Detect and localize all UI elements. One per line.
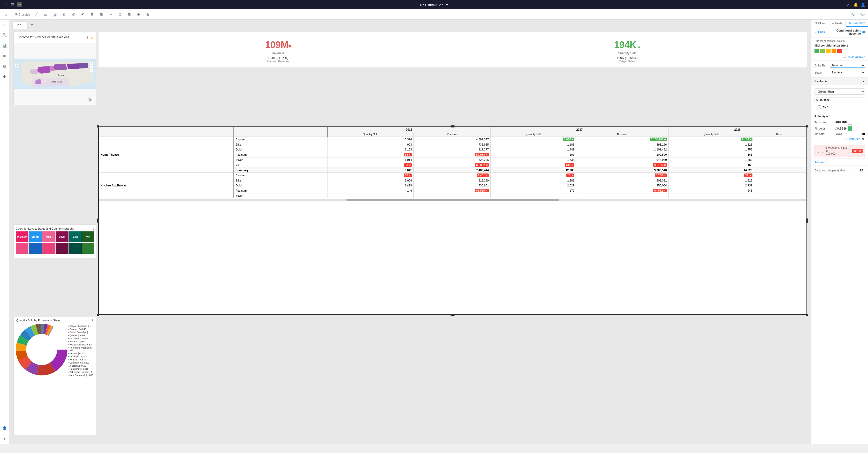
fill-color-swatch[interactable] [847,126,852,131]
tab-filters[interactable]: ⊟ Filters [811,20,829,26]
and-checkbox[interactable] [817,105,821,109]
history-icon[interactable]: ⏱ [117,11,123,18]
add-tab-button[interactable]: + [29,22,35,28]
resize-tl[interactable] [97,125,99,127]
cell: 513,289 [413,178,490,183]
app-title: R7 Example 2 * ▾ [24,3,844,7]
cell: 1,188 [490,142,576,147]
resize-tr[interactable] [806,125,808,127]
home-icon[interactable]: ⌂ [3,11,9,18]
cell: 893,196 [576,142,669,147]
cell: 166 [669,162,754,168]
fill-color-label: Fill color [814,127,833,130]
bell-icon[interactable]: 🔔 [853,2,858,7]
share-icon[interactable]: ↗ [846,2,851,7]
delete-rule-link[interactable]: Delete rule [846,137,860,141]
add-rule-link[interactable]: Add rule + [814,160,828,164]
revenue-label: Revenue [106,52,450,55]
resize-top[interactable] [451,125,455,127]
change-palette-link[interactable]: Change palette [844,55,863,58]
zoom-out-icon[interactable]: 🔍- [850,11,856,18]
quantity-sub: 190K (+2.04%) [456,56,799,60]
resize-br[interactable] [806,314,808,316]
apps-icon[interactable]: ⊞ [3,2,8,7]
cell-red: 98,156 ✕ [576,162,669,168]
drag-handle[interactable]: ⋮⋮ [817,149,824,153]
collapse-icon[interactable]: ▲ [862,80,865,83]
legend-item: ● Bayern | 9,285 [67,340,94,343]
qs-2018-header: Quantity Sold [669,132,754,137]
edit-icon[interactable]: ✏ [17,2,22,7]
sidebar-filter[interactable]: ⊟ [2,63,8,69]
delete-icon[interactable]: ⊗ [135,11,142,18]
loyalty-gold-1: Gold [234,147,327,152]
cell: 736,685 [413,142,490,147]
resize-bl[interactable] [97,314,99,316]
add-rule-section: Add rule + [811,159,868,166]
sidebar-data[interactable]: ⊞ [2,53,8,59]
user-icon[interactable]: 👤 [860,2,865,7]
transform-icon[interactable]: ↔ [107,11,114,18]
indicator-value-container: Circle [835,132,865,135]
view-icon[interactable]: 👁 [80,11,86,18]
cell [754,173,806,178]
card-icon[interactable]: 🃏 [52,11,58,18]
bg-opacity-input[interactable] [852,168,865,173]
text-color-swatch[interactable] [847,120,852,125]
cell: 9,641 [328,168,413,173]
cell-red: 9,481 ✕ [413,173,490,178]
cell [328,193,413,198]
map-svg: Canada United States + − ↔ ⊞ [14,43,96,105]
kpi-revenue: 109M▾ Revenue 124M (-11.5%) Planned Reve… [104,37,453,65]
map-info-icon[interactable]: ℹ [87,35,88,39]
cell [754,168,806,173]
pie-info-icon[interactable]: ℹ [92,319,93,322]
back-button[interactable]: ← Back [814,30,825,34]
refresh-icon[interactable]: ↺ [70,11,76,18]
resize-right[interactable] [806,218,808,222]
menu-icon[interactable]: ☰ [10,2,15,7]
tab-properties[interactable]: ⚙ Properties [846,20,868,27]
colorby-select[interactable]: Revenue [830,63,865,68]
layout-icon[interactable]: ⊞ [98,11,104,18]
crosstab-label[interactable]: ⊞ Crosstab [15,11,30,18]
copy-icon[interactable]: ⧉ [61,11,67,18]
arrange-icon[interactable]: ⊕ [145,11,151,18]
zoom-in-icon[interactable]: 🔍+ [859,11,865,18]
resize-bottom[interactable] [451,314,455,316]
scale-select[interactable]: Numeric [830,70,865,75]
line-icon[interactable]: ╱ [33,11,39,18]
rev-2016-header: Revenue [413,132,490,137]
cell: 161 [669,152,754,157]
h-scroll-thumb[interactable] [346,199,559,201]
tab-1[interactable]: Tab 1 [12,22,28,29]
filter-icon: ⊟ [814,22,817,25]
shape-icon[interactable]: ▭ [42,11,49,18]
treemap-info-icon[interactable]: ℹ [93,227,94,231]
right-panel: ⊟ Filters ≡ Fields ⚙ Properties ← Back C… [811,20,868,444]
grid-icon[interactable]: ⊞ [126,11,132,18]
greater-than-select[interactable]: Greater than [814,88,865,95]
sidebar-settings[interactable]: ⚙ [2,73,8,80]
sidebar-home[interactable]: ⌂ [2,22,8,28]
panel-tab-bar: ⊟ Filters ≡ Fields ⚙ Properties [811,20,868,27]
sidebar-add[interactable]: + [2,435,8,442]
resize-left[interactable] [97,218,99,222]
table-row: Home Theatre Bronze 6,374 4,882,377 8,07… [99,137,806,142]
bg-opacity-label: Background opacity (%) [814,169,850,172]
map-container: Canada United States + − ↔ ⊞ [14,43,96,105]
cell-red: 63,555 ✕ [413,188,490,193]
rule-value-input[interactable] [814,97,865,102]
trash-icon[interactable]: 🗑 [862,137,865,141]
colorby-section: Color By Revenue Scale Numeric [811,61,868,78]
sidebar-search[interactable]: 🔍 [2,32,8,38]
dropdown-icon[interactable]: ▾ [446,3,448,7]
sidebar-chart[interactable]: 📊 [2,42,8,49]
loyalty-silver-1: Silver [234,157,327,162]
loyalty-silver-2: Silver [234,193,327,198]
sidebar-user[interactable]: 👤 [2,425,8,431]
color-green [814,49,819,53]
map-warning-icon[interactable]: ⚠ [90,35,93,39]
tab-fields[interactable]: ≡ Fields [829,20,846,26]
filter-icon[interactable]: ⊟ [89,11,95,18]
